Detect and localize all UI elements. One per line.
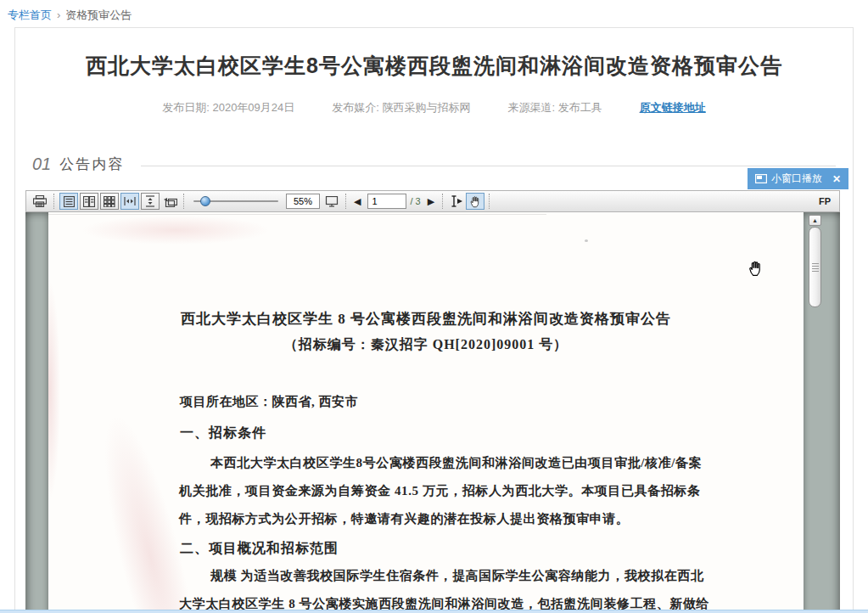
fit-height-button[interactable] [141,193,160,210]
document-section2-heading: 二、项目概况和招标范围 [180,540,339,558]
previous-page-button[interactable]: ◀ [350,196,364,207]
scrollbar-thumb[interactable] [809,227,821,307]
thumbnail-grid-view-button[interactable] [100,193,119,210]
meta-publish-date: 发布日期: 2020年09月24日 [162,100,294,115]
document-project-location: 项目所在地区：陕西省, 西安市 [180,394,358,410]
fullscreen-button[interactable] [322,193,341,210]
fit-width-button[interactable] [120,193,139,210]
zoom-slider[interactable] [192,193,280,210]
toolbar-separator [345,194,346,209]
document-section1-heading: 一、招标条件 [180,425,266,442]
document-title: 西北大学太白校区学生 8 号公寓楼西段盥洗间和淋浴间改造资格预审公告 [48,309,804,329]
small-window-play-button[interactable]: 小窗口播放 ✕ [748,168,848,189]
page-title: 西北大学太白校区学生8号公寓楼西段盥洗间和淋浴间改造资格预审公告 [15,52,853,80]
meta-publish-media: 发布媒介: 陕西采购与招标网 [332,100,470,115]
text-select-tool-button[interactable] [447,193,466,210]
document-paragraph-line: 件，现招标方式为公开招标，特邀请有兴趣的潜在投标人提出资格预审申请。 [179,511,629,527]
hand-pan-tool-button[interactable] [466,193,484,210]
next-page-button[interactable]: ▶ [424,196,438,207]
toolbar-separator [183,194,184,209]
scan-artifact [48,214,546,215]
zoom-level-input[interactable] [286,194,320,209]
breadcrumb: 专栏首页›资格预审公告 [8,8,132,23]
original-link[interactable]: 原文链接地址 [640,100,706,115]
pdf-stage: 西北大学太白校区学生 8 号公寓楼西段盥洗间和淋浴间改造资格预审公告 （招标编号… [25,212,840,613]
two-page-view-button[interactable] [80,193,98,210]
zoom-slider-knob[interactable] [200,196,210,206]
print-button[interactable] [31,193,49,210]
breadcrumb-separator: › [57,8,60,21]
toolbar-separator [442,194,443,209]
pdf-page[interactable]: 西北大学太白校区学生 8 号公寓楼西段盥洗间和淋浴间改造资格预审公告 （招标编号… [48,212,804,613]
document-paragraph-line: 规模 为适当改善我校国际学生住宿条件，提高国际学生公寓容纳能力，我校拟在西北 [210,568,704,584]
article-meta: 发布日期: 2020年09月24日 发布媒介: 陕西采购与招标网 来源渠道: 发… [15,100,853,115]
bottom-divider-strip [0,610,868,613]
section-divider [141,166,836,166]
toolbar-separator [489,194,490,209]
scan-artifact [585,239,588,242]
document-tender-number: （招标编号：秦汉招字 QH[2020]09001 号） [48,336,804,354]
section-header: 01 公告内容 [32,152,836,176]
small-window-play-label: 小窗口播放 [771,172,822,186]
breadcrumb-home-link[interactable]: 专栏首页 [8,8,52,21]
toolbar-separator [53,194,54,209]
document-paragraph-line: 本西北大学太白校区学生8号公寓楼西段盥洗间和淋浴间改造已由项目审批/核准/备案 [210,455,702,471]
pdf-toolbar: ◀ / 3 ▶ FP [25,190,840,212]
meta-source-channel: 来源渠道: 发布工具 [508,100,602,115]
page-total-label: / 3 [410,196,420,206]
page-number-input[interactable] [367,194,406,209]
section-number: 01 [32,155,51,174]
section-title: 公告内容 [59,155,124,174]
window-icon [755,174,767,183]
close-icon[interactable]: ✕ [832,173,841,185]
page-flip-mode-button[interactable] [160,193,179,210]
single-page-view-button[interactable] [59,193,78,210]
viewer-brand-label: FP [819,196,831,206]
scan-artifact [82,216,269,245]
page: 专栏首页›资格预审公告 西北大学太白校区学生8号公寓楼西段盥洗间和淋浴间改造资格… [0,0,868,613]
scrollbar-up-button[interactable]: ▲ [809,215,821,226]
document-paragraph-line: 机关批准，项目资金来源为自筹资金 41.5 万元，招标人为西北大学。本项目已具备… [179,483,701,499]
breadcrumb-current: 资格预审公告 [65,8,132,21]
scrollbar-grip [812,263,819,273]
